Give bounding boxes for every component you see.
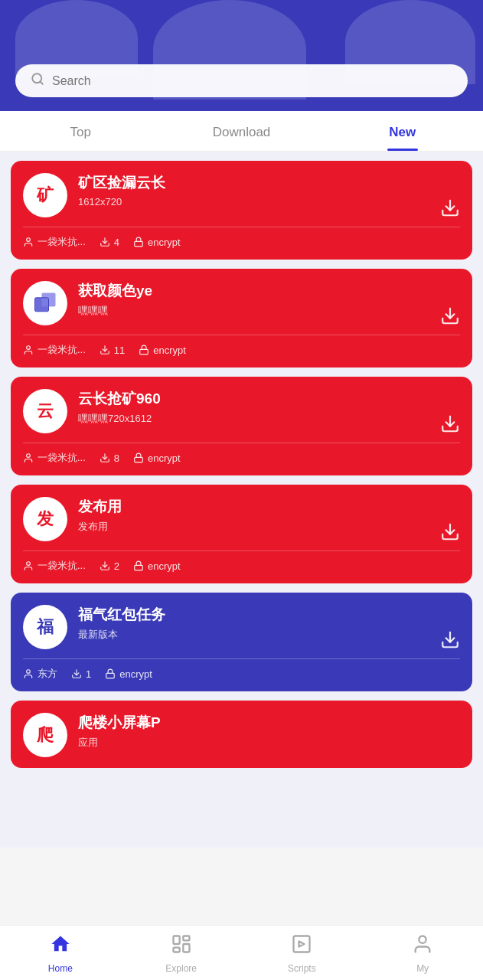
bottom-nav: Home Explore Scripts My	[0, 925, 483, 980]
nav-scripts[interactable]: Scripts	[275, 933, 328, 974]
encrypt-meta: encrypt	[105, 668, 152, 680]
avatar: 云	[23, 389, 67, 433]
svg-rect-25	[173, 936, 179, 945]
svg-rect-20	[135, 565, 143, 570]
card-info: 发布用 发布用	[78, 497, 460, 534]
my-icon	[412, 933, 433, 960]
download-button[interactable]	[440, 521, 460, 547]
nav-home[interactable]: Home	[34, 933, 87, 974]
card-meta: 一袋米抗... 8 encrypt	[23, 443, 460, 465]
avatar: 矿	[23, 173, 67, 217]
avatar: 爬	[23, 713, 67, 757]
header	[0, 0, 483, 111]
card-subtitle: 最新版本	[78, 628, 460, 642]
author-meta: 一袋米抗...	[23, 343, 86, 357]
encrypt-meta: encrypt	[133, 237, 181, 248]
card-title: 发布用	[78, 497, 460, 517]
search-icon	[31, 72, 44, 90]
svg-rect-24	[106, 673, 115, 678]
card-top: 福 福气红包任务 最新版本	[23, 605, 460, 649]
card-top: 爬 爬楼小屏幕P 应用	[23, 713, 460, 757]
encrypt-meta: encrypt	[139, 345, 186, 356]
card-subtitle: 1612x720	[78, 196, 460, 207]
svg-line-1	[40, 81, 42, 83]
home-icon	[50, 933, 71, 960]
tab-top[interactable]: Top	[0, 111, 161, 151]
script-card[interactable]: 爬 爬楼小屏幕P 应用	[11, 701, 472, 768]
script-card[interactable]: 福 福气红包任务 最新版本 东方 1	[11, 593, 472, 691]
svg-point-3	[27, 238, 31, 242]
card-title: 获取颜色ye	[78, 281, 460, 301]
card-subtitle: 应用	[78, 736, 460, 750]
download-button[interactable]	[440, 413, 460, 439]
svg-point-22	[27, 670, 31, 674]
card-top: 发 发布用 发布用	[23, 497, 460, 541]
author-meta: 一袋米抗...	[23, 559, 86, 573]
tabs: Top Download New	[0, 111, 483, 152]
svg-rect-12	[140, 349, 148, 354]
search-bar-container	[15, 64, 468, 97]
card-title: 矿区捡漏云长	[78, 173, 460, 193]
search-bar[interactable]	[15, 64, 468, 97]
svg-point-30	[419, 936, 426, 943]
download-button[interactable]	[440, 629, 460, 655]
nav-home-label: Home	[48, 963, 73, 974]
script-card[interactable]: 发 发布用 发布用 一袋米抗... 2	[11, 485, 472, 583]
nav-explore[interactable]: Explore	[155, 933, 208, 974]
downloads-meta: 8	[100, 452, 119, 464]
scripts-icon	[291, 933, 312, 960]
card-subtitle: 发布用	[78, 520, 460, 534]
svg-rect-16	[135, 457, 143, 462]
encrypt-meta: encrypt	[133, 560, 181, 572]
explore-icon	[171, 933, 192, 960]
encrypt-meta: encrypt	[133, 452, 181, 464]
download-button[interactable]	[440, 198, 460, 223]
author-meta: 一袋米抗...	[23, 451, 86, 465]
nav-explore-label: Explore	[165, 963, 197, 974]
card-title: 云长抢矿960	[78, 389, 460, 409]
svg-rect-5	[135, 241, 143, 246]
card-title: 福气红包任务	[78, 605, 460, 625]
svg-point-18	[27, 562, 31, 566]
downloads-meta: 2	[100, 560, 119, 572]
card-info: 福气红包任务 最新版本	[78, 605, 460, 642]
nav-scripts-label: Scripts	[288, 963, 316, 974]
card-subtitle: 嘿嘿嘿	[78, 304, 460, 318]
svg-rect-27	[183, 944, 189, 952]
search-input[interactable]	[52, 74, 452, 88]
card-top: 获取颜色ye 嘿嘿嘿	[23, 281, 460, 325]
card-title: 爬楼小屏幕P	[78, 713, 460, 733]
card-meta: 一袋米抗... 2 encrypt	[23, 550, 460, 573]
card-meta: 东方 1 encrypt	[23, 658, 460, 681]
card-meta: 一袋米抗... 11 encrypt	[23, 335, 460, 357]
downloads-meta: 4	[100, 237, 119, 248]
author-meta: 一袋米抗...	[23, 235, 86, 249]
svg-rect-28	[173, 948, 179, 952]
svg-point-10	[27, 346, 31, 350]
card-top: 云 云长抢矿960 嘿嘿嘿720x1612	[23, 389, 460, 433]
script-card[interactable]: 云 云长抢矿960 嘿嘿嘿720x1612 一袋米抗... 8	[11, 377, 472, 475]
script-card[interactable]: 矿 矿区捡漏云长 1612x720 一袋米抗... 4	[11, 161, 472, 260]
avatar: 福	[23, 605, 67, 649]
card-info: 获取颜色ye 嘿嘿嘿	[78, 281, 460, 318]
svg-point-14	[27, 454, 31, 458]
script-card[interactable]: 获取颜色ye 嘿嘿嘿 一袋米抗... 11 en	[11, 269, 472, 368]
card-subtitle: 嘿嘿嘿720x1612	[78, 412, 460, 426]
card-meta: 一袋米抗... 4 encrypt	[23, 227, 460, 249]
card-info: 爬楼小屏幕P 应用	[78, 713, 460, 750]
avatar: 发	[23, 497, 67, 541]
svg-rect-29	[294, 936, 310, 952]
nav-my[interactable]: My	[396, 933, 449, 974]
script-list: 矿 矿区捡漏云长 1612x720 一袋米抗... 4	[0, 152, 483, 848]
card-info: 云长抢矿960 嘿嘿嘿720x1612	[78, 389, 460, 426]
card-info: 矿区捡漏云长 1612x720	[78, 173, 460, 207]
downloads-meta: 1	[71, 668, 91, 680]
tab-download[interactable]: Download	[161, 111, 321, 151]
avatar	[23, 281, 67, 325]
svg-rect-26	[183, 936, 189, 941]
downloads-meta: 11	[100, 345, 125, 356]
tab-new[interactable]: New	[322, 111, 483, 151]
download-button[interactable]	[440, 305, 460, 331]
nav-my-label: My	[416, 963, 429, 974]
author-meta: 东方	[23, 667, 57, 681]
